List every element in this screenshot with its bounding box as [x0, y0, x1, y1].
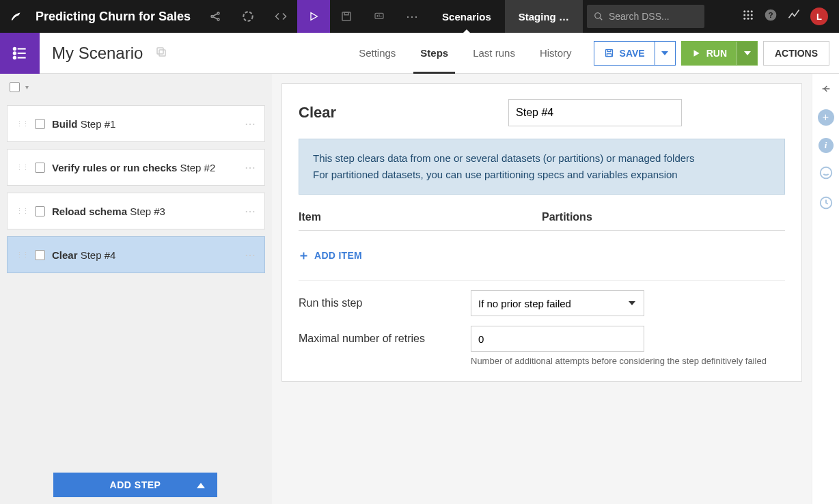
add-step-button[interactable]: ADD STEP [53, 473, 217, 497]
svg-rect-22 [159, 50, 165, 56]
svg-point-16 [751, 18, 753, 20]
step-item[interactable]: ⋮⋮Build Step #1⋯ [7, 105, 265, 142]
step-more-icon[interactable]: ⋯ [245, 117, 256, 130]
run-condition-label: Run this step [299, 297, 471, 309]
retries-input[interactable] [471, 326, 644, 352]
svg-point-9 [747, 10, 749, 12]
sidebar-toggle-icon[interactable] [0, 33, 40, 74]
step-checkbox[interactable] [35, 206, 45, 216]
svg-text:?: ? [768, 10, 773, 19]
step-type-label: Clear [299, 104, 336, 122]
step-name-input[interactable] [508, 99, 682, 126]
svg-point-10 [751, 10, 753, 12]
retries-help: Number of additional attempts before con… [471, 352, 785, 366]
svg-rect-26 [607, 54, 611, 57]
save-dropdown[interactable] [655, 42, 675, 65]
run-label: RUN [706, 48, 727, 59]
dashboard-icon[interactable] [363, 0, 396, 33]
user-avatar[interactable]: L [810, 8, 828, 25]
tab-history[interactable]: History [527, 33, 584, 74]
step-more-icon[interactable]: ⋯ [245, 205, 256, 218]
nav-staging[interactable]: Staging … [505, 0, 583, 33]
svg-point-1 [217, 12, 219, 14]
svg-point-12 [747, 14, 749, 16]
svg-point-20 [14, 52, 16, 54]
info-box: This step clears data from one or severa… [299, 139, 785, 195]
actions-button[interactable]: ACTIONS [763, 41, 829, 66]
svg-point-21 [14, 56, 16, 58]
svg-point-0 [211, 16, 213, 18]
svg-point-8 [743, 10, 745, 12]
svg-point-14 [743, 18, 745, 20]
add-item-label: ADD ITEM [314, 250, 362, 261]
svg-point-3 [243, 12, 252, 20]
step-item[interactable]: ⋮⋮Verify rules or run checks Step #2⋯ [7, 149, 265, 186]
play-icon[interactable] [297, 0, 330, 33]
drag-handle-icon[interactable]: ⋮⋮ [16, 120, 28, 128]
save-button[interactable]: SAVE [594, 41, 676, 66]
info-circle-icon[interactable]: i [819, 138, 834, 153]
run-dropdown[interactable] [737, 42, 757, 65]
svg-point-2 [217, 18, 219, 20]
save-disk-icon[interactable] [330, 0, 363, 33]
run-button[interactable]: RUN [681, 41, 758, 66]
step-item[interactable]: ⋮⋮Clear Step #4⋯ [7, 236, 265, 273]
select-dropdown[interactable]: ▾ [25, 83, 29, 91]
drag-handle-icon[interactable]: ⋮⋮ [16, 207, 28, 216]
add-circle-icon[interactable]: + [818, 109, 834, 126]
svg-point-19 [14, 47, 16, 49]
svg-point-15 [747, 18, 749, 20]
copy-icon[interactable] [155, 46, 167, 61]
collapse-icon[interactable] [819, 83, 833, 97]
drag-handle-icon[interactable]: ⋮⋮ [16, 163, 28, 172]
info-line-2: For partitioned datasets, you can use pa… [313, 167, 771, 183]
step-label: Reload schema Step #3 [52, 206, 165, 217]
steps-panel: ▾ ⋮⋮Build Step #1⋯⋮⋮Verify rules or run … [0, 74, 272, 504]
add-step-label: ADD STEP [110, 479, 161, 490]
svg-rect-5 [344, 12, 348, 15]
drag-handle-icon[interactable]: ⋮⋮ [16, 251, 28, 260]
step-more-icon[interactable]: ⋯ [245, 249, 256, 262]
items-col-partitions: Partitions [542, 211, 592, 223]
more-icon[interactable]: ⋯ [396, 0, 428, 33]
nav-scenarios[interactable]: Scenarios [428, 0, 505, 33]
apps-icon[interactable] [742, 9, 754, 24]
items-col-item: Item [299, 211, 542, 223]
info-line-1: This step clears data from one or severa… [313, 150, 771, 167]
right-rail: + i [812, 74, 839, 504]
svg-rect-4 [342, 12, 350, 20]
tab-last-runs[interactable]: Last runs [460, 33, 527, 74]
select-all-checkbox[interactable] [10, 82, 20, 92]
tab-settings[interactable]: Settings [346, 33, 408, 74]
chevron-up-icon [197, 479, 205, 490]
step-item[interactable]: ⋮⋮Reload schema Step #3⋯ [7, 193, 265, 229]
run-condition-select[interactable]: If no prior step failed [471, 290, 644, 316]
step-detail-panel: Clear This step clears data from one or … [272, 74, 812, 504]
tab-steps[interactable]: Steps [408, 33, 460, 74]
step-label: Build Step #1 [52, 118, 115, 130]
share-icon[interactable] [199, 0, 232, 33]
chat-icon[interactable] [819, 165, 834, 183]
app-logo[interactable] [0, 0, 33, 33]
step-label: Clear Step #4 [52, 249, 115, 261]
activity-icon[interactable] [787, 8, 801, 25]
save-label: SAVE [620, 48, 645, 59]
lifecycle-icon[interactable] [232, 0, 264, 33]
svg-point-27 [820, 167, 831, 179]
svg-rect-25 [607, 50, 611, 52]
step-more-icon[interactable]: ⋯ [245, 161, 256, 174]
add-item-button[interactable]: ADD ITEM [299, 231, 785, 281]
project-title[interactable]: Predicting Churn for Sales [33, 10, 199, 24]
step-checkbox[interactable] [35, 163, 45, 173]
retries-label: Maximal number of retries [299, 333, 471, 345]
subheader: My Scenario Settings Steps Last runs His… [0, 33, 839, 74]
help-icon[interactable]: ? [764, 8, 778, 25]
svg-point-11 [743, 14, 745, 16]
code-icon[interactable] [264, 0, 297, 33]
step-checkbox[interactable] [35, 250, 45, 260]
svg-rect-23 [157, 48, 163, 54]
clock-icon[interactable] [819, 195, 834, 213]
scenario-title: My Scenario [40, 44, 155, 63]
step-checkbox[interactable] [35, 119, 45, 129]
step-label: Verify rules or run checks Step #2 [52, 162, 215, 173]
